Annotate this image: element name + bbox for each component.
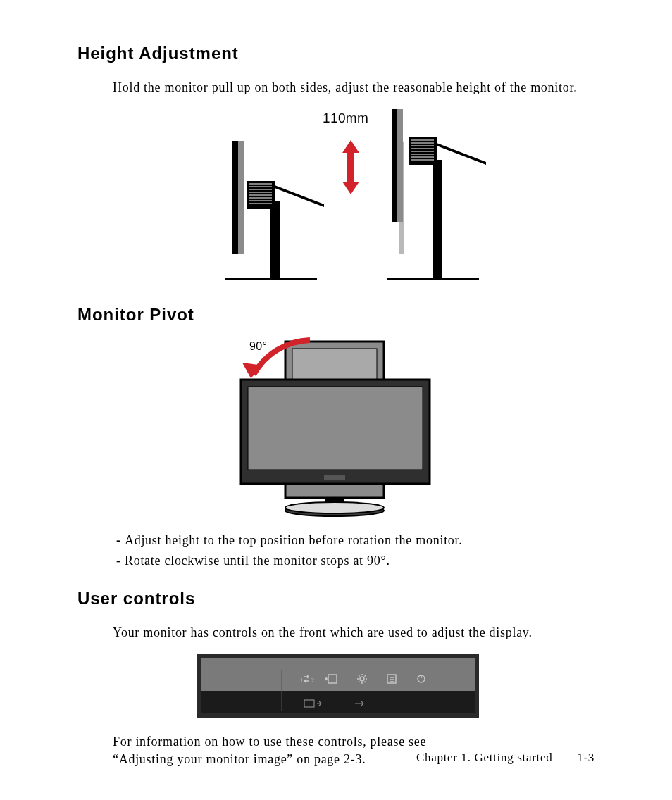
footer-chapter: Chapter 1. Getting started [416, 751, 552, 764]
svg-rect-4 [238, 141, 244, 254]
bullet-dash-icon: - [116, 533, 125, 547]
svg-rect-36 [248, 387, 423, 470]
svg-marker-28 [342, 140, 359, 153]
figure-user-controls: 1 2 [197, 654, 479, 718]
heading-monitor-pivot: Monitor Pivot [77, 305, 595, 325]
figure-pivot-label: 90° [249, 340, 267, 353]
heading-height-adjustment: Height Adjustment [77, 44, 595, 63]
pivot-bullet-1: - Adjust height to the top position befo… [116, 532, 595, 549]
svg-text:2: 2 [311, 677, 314, 684]
figure-height-adjustment: 110mm [176, 109, 542, 292]
svg-rect-17 [392, 109, 397, 222]
svg-rect-40 [201, 658, 475, 691]
svg-rect-3 [232, 141, 238, 254]
figure-monitor-pivot: 90° [176, 336, 500, 519]
svg-point-34 [285, 502, 384, 513]
paragraph-controls-intro: Your monitor has controls on the front w… [113, 624, 595, 642]
svg-rect-37 [324, 475, 345, 480]
svg-rect-1 [270, 201, 280, 280]
footer-page-number: 1-3 [577, 751, 595, 765]
paragraph-height-intro: Hold the monitor pull up on both sides, … [113, 79, 595, 96]
svg-rect-41 [201, 691, 475, 713]
svg-rect-18 [397, 109, 403, 222]
page: Height Adjustment Hold the monitor pull … [0, 0, 672, 800]
page-footer: Chapter 1. Getting started 1-3 [77, 751, 595, 765]
heading-user-controls: User controls [77, 589, 595, 608]
svg-text:1: 1 [300, 677, 303, 684]
svg-marker-29 [342, 182, 359, 194]
svg-rect-14 [433, 160, 442, 280]
pivot-bullet-2: - Rotate clockwise until the monitor sto… [116, 552, 595, 570]
figure-height-label: 110mm [323, 111, 368, 126]
